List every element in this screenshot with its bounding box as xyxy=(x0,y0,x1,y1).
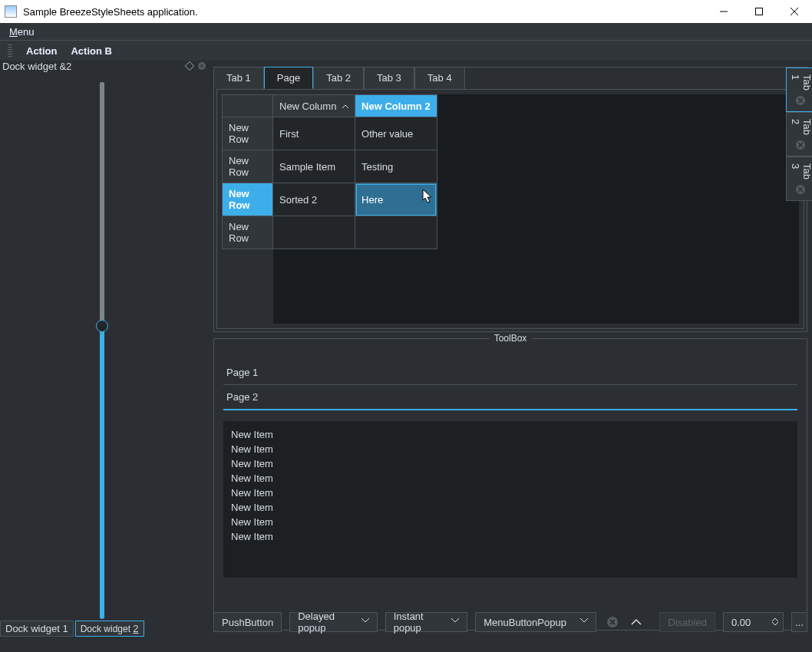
list-item[interactable]: New Item xyxy=(231,529,790,544)
app-icon xyxy=(5,5,17,18)
menu-label: enu xyxy=(18,26,35,38)
list-item[interactable]: New Item xyxy=(231,427,790,442)
vertical-slider-handle[interactable] xyxy=(96,320,108,332)
window-title: Sample BreezeStyleSheets application. xyxy=(23,6,706,18)
right-tab-2[interactable]: Tab 2 xyxy=(786,112,812,156)
table-cell[interactable]: Testing xyxy=(355,150,437,183)
dock-float-icon[interactable] xyxy=(184,61,195,71)
list-item[interactable]: New Item xyxy=(231,442,790,456)
pushbutton[interactable]: PushButton xyxy=(213,612,282,632)
list-item[interactable]: New Item xyxy=(231,500,790,515)
maximize-button[interactable] xyxy=(741,0,777,23)
tab-bar: Tab 1 Page Tab 2 Tab 3 Tab 4 xyxy=(213,67,465,89)
tab-close-icon[interactable] xyxy=(796,185,807,194)
table-cell[interactable]: Sample Item xyxy=(273,150,355,183)
dock-tab-1[interactable]: Dock widget 1 xyxy=(0,621,74,637)
right-tab-3[interactable]: Tab 3 xyxy=(786,156,812,201)
bottom-button-bar: PushButton Delayed popup Instant popup M… xyxy=(213,611,807,634)
table-cell[interactable]: Sorted 2 xyxy=(273,183,355,216)
table-cell[interactable] xyxy=(273,216,355,249)
toolbar-grip[interactable] xyxy=(8,44,12,57)
table-row: New Row Sorted 2 Here xyxy=(223,183,437,216)
column-header-1[interactable]: New Column 2 xyxy=(355,95,437,117)
delayed-popup-button[interactable]: Delayed popup xyxy=(289,612,377,632)
close-button[interactable] xyxy=(777,0,812,23)
overflow-button[interactable]: ... xyxy=(791,612,807,632)
table-corner[interactable] xyxy=(223,95,273,117)
menubutton-popup[interactable]: MenuButtonPopup xyxy=(475,612,596,632)
tab-tab4[interactable]: Tab 4 xyxy=(414,67,465,89)
table-cell[interactable] xyxy=(355,216,437,249)
dock-close-icon[interactable] xyxy=(196,61,207,71)
minimize-button[interactable] xyxy=(706,0,741,23)
action-action[interactable]: Action xyxy=(26,45,57,57)
list-item[interactable]: New Item xyxy=(231,515,790,529)
toolbox-page-2[interactable]: Page 2 xyxy=(223,385,797,410)
column-header-0[interactable]: New Column xyxy=(273,95,355,117)
toolbox-label: ToolBox xyxy=(490,333,532,344)
dock-widget-left: Dock widget &2 Dock widget 1 Dock widget… xyxy=(0,61,207,637)
instant-popup-button[interactable]: Instant popup xyxy=(385,612,468,632)
row-header[interactable]: New Row xyxy=(223,117,273,150)
tab-close-icon[interactable] xyxy=(796,140,807,150)
list-item[interactable]: New Item xyxy=(231,456,790,471)
table-row: New Row xyxy=(223,216,437,249)
list-item[interactable]: New Item xyxy=(231,471,790,486)
clear-icon[interactable] xyxy=(604,612,620,632)
titlebar: Sample BreezeStyleSheets application. xyxy=(0,0,812,23)
menu-menu[interactable]: Menu xyxy=(5,25,39,39)
tab-tab3[interactable]: Tab 3 xyxy=(364,67,414,89)
sort-asc-icon xyxy=(342,100,348,112)
table-cell[interactable]: First xyxy=(273,117,355,150)
table-cell[interactable]: Other value xyxy=(355,117,437,150)
right-tabbar: Tab 1 Tab 2 Tab 3 xyxy=(786,68,812,201)
tab-widget: Tab 1 Page Tab 2 Tab 3 Tab 4 New Column … xyxy=(213,67,807,332)
row-header[interactable]: New Row xyxy=(223,183,273,216)
spinbox[interactable]: 0.00 xyxy=(723,612,784,632)
menubar: Menu xyxy=(0,23,812,40)
dock-title: Dock widget &2 xyxy=(2,61,71,72)
chevron-down-icon xyxy=(451,618,459,626)
tab-tab2[interactable]: Tab 2 xyxy=(313,67,364,89)
svg-rect-1 xyxy=(756,8,763,15)
table-row: New Row First Other value xyxy=(223,117,437,150)
spin-down-icon[interactable] xyxy=(772,622,778,626)
action-toolbar: Action Action B xyxy=(0,40,812,61)
action-action-b[interactable]: Action B xyxy=(71,45,111,57)
right-tab-1[interactable]: Tab 1 xyxy=(786,68,812,112)
data-table[interactable]: New Column New Column 2 New Row First Ot… xyxy=(222,94,437,249)
table-cell[interactable]: Here xyxy=(355,183,437,216)
toolbox-group: ToolBox Page 1 Page 2 New Item New Item … xyxy=(213,338,807,631)
table-row: New Row Sample Item Testing xyxy=(223,150,437,183)
dock-tab-2[interactable]: Dock widget 2 xyxy=(75,621,144,637)
tab-page[interactable]: Page xyxy=(264,67,313,89)
row-header[interactable]: New Row xyxy=(223,216,273,249)
row-header[interactable]: New Row xyxy=(223,150,273,183)
disabled-button: Disabled xyxy=(659,612,715,632)
chevron-down-icon xyxy=(361,618,369,626)
chevron-down-icon xyxy=(580,618,588,626)
svg-rect-4 xyxy=(185,61,193,70)
list-item[interactable]: New Item xyxy=(231,486,790,500)
list-view[interactable]: New Item New Item New Item New Item New … xyxy=(223,421,797,578)
tab-tab1[interactable]: Tab 1 xyxy=(213,67,264,89)
status-bar xyxy=(0,637,812,652)
chevron-up-icon[interactable] xyxy=(628,612,644,632)
spinbox-value[interactable]: 0.00 xyxy=(731,617,751,628)
vertical-slider-track[interactable] xyxy=(100,82,104,619)
tab-close-icon[interactable] xyxy=(796,96,807,105)
toolbox-page-1[interactable]: Page 1 xyxy=(223,361,797,385)
